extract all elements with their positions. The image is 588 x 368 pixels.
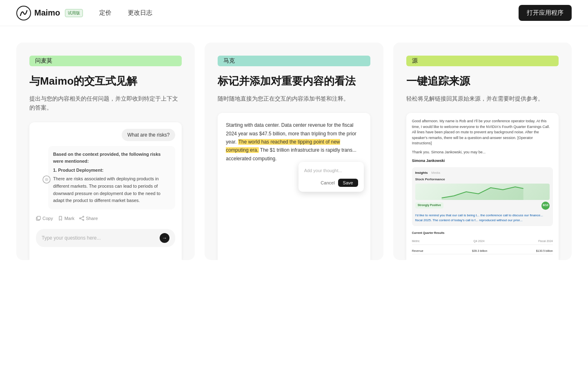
svg-line-8 — [80, 217, 82, 218]
card-1-preview: What are the risks? Based on the context… — [29, 122, 182, 260]
card-2-title: 标记并添加对重要内容的看法 — [218, 74, 370, 88]
card-2-desc: 随时随地直接为您正在交互的内容添加书签和注释。 — [218, 94, 370, 103]
quarterly-title: Current Quarter Results — [412, 231, 553, 236]
score-circle: 8/10 — [541, 202, 550, 210]
question-input-area[interactable]: Type your questions here... → — [36, 229, 175, 247]
logo-icon — [16, 6, 31, 20]
annotation-input-text[interactable]: Add your thought... — [304, 167, 358, 175]
speaker-name: Simona Jankowski — [412, 158, 553, 164]
card-3-title: 一键追踪来源 — [406, 74, 559, 88]
mark-icon — [58, 216, 63, 221]
stock-perf-label: Stock Performance — [415, 177, 550, 182]
revenue-row: Revenue $39.3 billion $130.5 billion — [412, 248, 553, 255]
source-dashboard: Insights Media Stock Performance — [412, 167, 553, 226]
response-area: Based on the context provided, the follo… — [48, 146, 175, 209]
copy-icon — [36, 216, 41, 221]
source-preview-inner: Good afternoon. My name is Rob and I'll … — [406, 113, 559, 260]
nav-link-pricing[interactable]: 定价 — [99, 9, 111, 17]
card-source: 源 一键追踪来源 轻松将见解链接回其原始来源，并在需要时提供参考。 Good a… — [393, 43, 572, 260]
action-bar: Copy Mark Share — [36, 214, 175, 222]
card-3-preview: Good afternoon. My name is Rob and I'll … — [406, 113, 559, 260]
svg-point-2 — [45, 178, 48, 181]
svg-point-6 — [83, 219, 84, 220]
copy-action[interactable]: Copy — [36, 216, 53, 221]
source-transcript-text: Good afternoon. My name is Rob and I'll … — [412, 119, 553, 146]
card-1-title: 与Maimo的交互式见解 — [29, 74, 182, 88]
annotation-buttons: Cancel Save — [304, 179, 358, 187]
question-bubble: What are the risks? — [122, 129, 175, 141]
dashboard-tabs: Insights Media — [415, 171, 550, 175]
response-wrapper: Based on the context provided, the follo… — [36, 146, 175, 209]
table-row: Metric Q4 2024 Fiscal 2024 — [412, 238, 553, 245]
card-3-tag: 源 — [406, 56, 559, 66]
main-content: 问麦莫 与Maimo的交互式见解 提出与您的内容相关的任何问题，并立即收到特定于… — [0, 26, 588, 276]
source-text-2: Thank you. Simona Jankowski, you may be.… — [412, 150, 553, 155]
chart-svg — [415, 184, 550, 200]
card-2-tag: 马克 — [218, 56, 370, 66]
logo-text: Maimo — [34, 8, 60, 18]
annotation-popup: Add your thought... Cancel Save — [298, 162, 364, 192]
highlight-source-text: I'd like to remind you that our call is … — [415, 213, 550, 223]
logo-area: Maimo 试用版 — [16, 6, 83, 20]
card-1-desc: 提出与您的内容相关的任何问题，并立即收到特定于上下文的答案。 — [29, 94, 182, 112]
sentiment-row: Strongly Positive 8/10 — [415, 202, 550, 210]
open-app-button[interactable]: 打开应用程序 — [519, 5, 572, 21]
card-1-tag: 问麦莫 — [29, 56, 182, 66]
svg-point-5 — [83, 216, 84, 217]
svg-rect-4 — [37, 216, 40, 220]
save-button[interactable]: Save — [338, 179, 358, 187]
source-panel-left: Insights Media Stock Performance — [415, 171, 550, 223]
card-2-preview: Starting with data center. Data center r… — [218, 113, 370, 260]
nav-link-changelog[interactable]: 更改日志 — [128, 9, 152, 17]
nav-links: 定价 更改日志 — [99, 9, 519, 17]
navbar: Maimo 试用版 定价 更改日志 打开应用程序 — [0, 0, 588, 26]
share-icon — [79, 216, 84, 221]
stock-chart — [415, 184, 550, 200]
card-mark: 马克 标记并添加对重要内容的看法 随时随地直接为您正在交互的内容添加书签和注释。… — [205, 43, 383, 260]
trial-badge: 试用版 — [65, 9, 83, 17]
share-action[interactable]: Share — [79, 216, 98, 221]
svg-point-7 — [80, 218, 81, 219]
sentiment-badge: Strongly Positive — [415, 202, 443, 209]
send-button[interactable]: → — [160, 233, 169, 243]
card-ask-maimo: 问麦莫 与Maimo的交互式见解 提出与您的内容相关的任何问题，并立即收到特定于… — [16, 43, 195, 260]
svg-marker-10 — [441, 187, 523, 200]
mark-action[interactable]: Mark — [58, 216, 74, 221]
ai-icon — [42, 175, 51, 184]
svg-line-9 — [80, 218, 82, 220]
cancel-button[interactable]: Cancel — [321, 179, 334, 187]
card-3-desc: 轻松将见解链接回其原始来源，并在需要时提供参考。 — [406, 94, 559, 103]
